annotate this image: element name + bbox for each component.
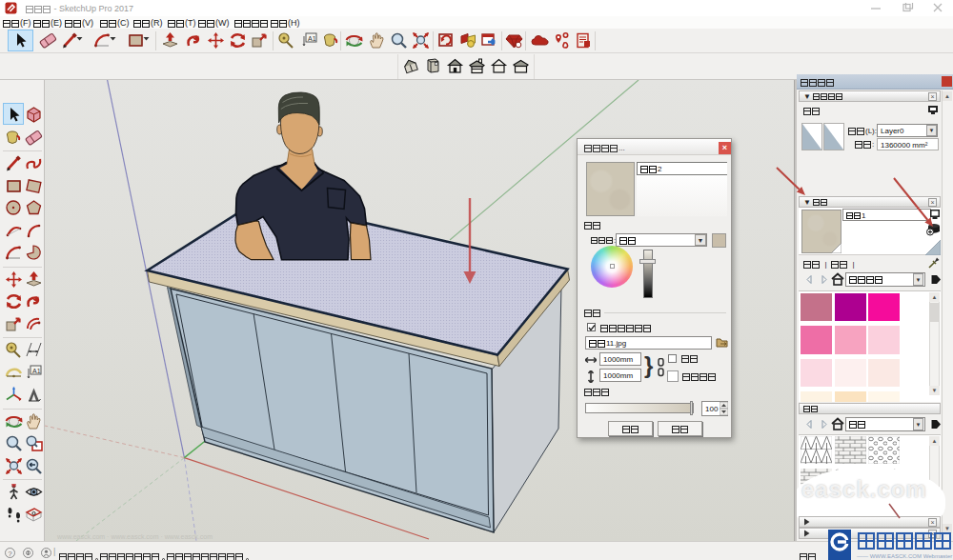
svg-text:A1: A1 <box>32 367 41 373</box>
svg-text:A1: A1 <box>308 34 316 41</box>
svg-text:?: ? <box>8 550 12 558</box>
svg-text:www.easck.com · www.easck.com: www.easck.com · www.easck.com · www.easc… <box>56 533 213 540</box>
